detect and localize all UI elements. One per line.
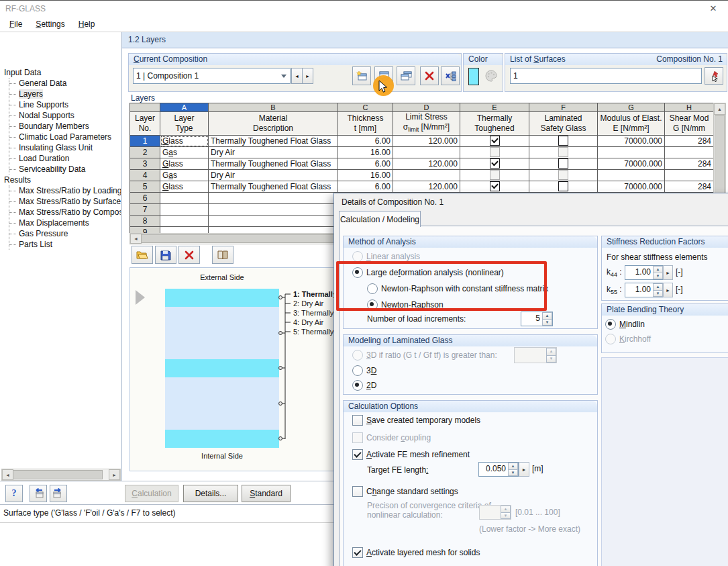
ratio-3d-radio[interactable]: 3D if ratio (G t / Gf tf) is greater tha… — [352, 350, 497, 361]
radio-icon[interactable] — [605, 334, 616, 344]
tree-item-boundary-members[interactable]: Boundary Members — [9, 121, 121, 132]
composition-color-swatch[interactable] — [468, 68, 479, 85]
cell-thermally[interactable] — [460, 136, 529, 147]
row-number[interactable]: 8 — [130, 216, 160, 227]
checkbox-icon[interactable] — [352, 432, 363, 443]
cell-thickness[interactable]: 16.00 — [338, 170, 393, 181]
scroll-left-icon[interactable]: ◄ — [2, 469, 13, 480]
tree-item-general-data[interactable]: General Data — [9, 78, 121, 89]
row-number[interactable]: 3 — [130, 158, 160, 170]
radio-icon[interactable] — [352, 251, 363, 262]
close-button[interactable]: ✕ — [705, 1, 722, 15]
cell-limit-stress[interactable]: 120.000 — [393, 136, 460, 147]
open-composition-button[interactable] — [132, 246, 153, 264]
k44-stepper[interactable]: 1.00 ▲▼ — [625, 265, 664, 280]
radio-icon[interactable] — [367, 299, 378, 310]
column-letter-b[interactable]: B — [209, 103, 338, 112]
row-number[interactable]: 2 — [130, 147, 160, 158]
row-number[interactable]: 5 — [130, 181, 160, 193]
checkbox-icon[interactable] — [352, 547, 363, 558]
checkbox[interactable] — [490, 170, 500, 180]
checkbox-icon[interactable] — [352, 449, 363, 460]
cell-layer-type[interactable]: Gas — [160, 170, 209, 181]
cell-thickness[interactable]: 6.00 — [338, 158, 393, 170]
cell-modulus[interactable]: 70000.000 — [598, 181, 665, 193]
cell-limit-stress[interactable]: 120.000 — [393, 158, 460, 170]
radio-icon[interactable] — [352, 380, 363, 391]
column-letter-d[interactable]: D — [393, 103, 460, 112]
checkbox[interactable] — [558, 181, 568, 191]
consider-coupling-checkbox[interactable]: Consider coupling — [352, 432, 431, 443]
tree-item-gas-pressure[interactable]: Gas Pressure — [9, 228, 121, 239]
column-letter-a[interactable]: A — [160, 103, 209, 112]
row-number[interactable]: 4 — [130, 170, 160, 181]
checkbox[interactable] — [558, 158, 568, 169]
linear-analysis-radio[interactable]: Linear analysis — [352, 251, 420, 262]
radio-icon[interactable] — [605, 319, 616, 330]
cell-shear[interactable] — [665, 147, 714, 158]
radio-icon[interactable] — [352, 350, 363, 361]
cell-modulus[interactable] — [598, 170, 665, 181]
chevron-down-icon[interactable] — [278, 75, 290, 78]
cell-laminated[interactable] — [529, 147, 598, 158]
cell-material[interactable]: Dry Air — [209, 147, 338, 158]
next-composition-button[interactable]: ► — [302, 68, 313, 84]
material-library-button[interactable] — [212, 246, 233, 264]
checkbox[interactable] — [558, 147, 568, 157]
cell-layer-type[interactable] — [160, 216, 209, 227]
kirchhoff-radio[interactable]: Kirchhoff — [605, 334, 651, 344]
delete-composition-button[interactable] — [420, 66, 439, 85]
column-letter-f[interactable]: F — [529, 103, 598, 112]
cell-layer-type[interactable]: Glass — [160, 136, 209, 147]
corner-cell[interactable] — [130, 103, 160, 112]
scroll-up-icon[interactable]: ▲ — [714, 103, 725, 115]
cell-material[interactable]: Dry Air — [209, 170, 338, 181]
cell-layer-type[interactable] — [160, 204, 209, 216]
fe-mesh-refinement-checkbox[interactable]: Activate FE mesh refinement — [352, 449, 470, 460]
k55-stepper[interactable]: 1.00 ▲▼ — [625, 283, 664, 297]
cell-thermally[interactable] — [460, 181, 529, 193]
spinner-buttons[interactable]: ▲▼ — [542, 312, 552, 326]
copy-composition-button[interactable] — [397, 66, 415, 85]
tree-item-nodal-supports[interactable]: Nodal Supports — [9, 110, 121, 121]
cell-limit-stress[interactable]: 120.000 — [393, 181, 460, 193]
details-button[interactable]: Details... — [183, 485, 238, 502]
delete-rows-button[interactable] — [178, 246, 200, 264]
checkbox[interactable] — [490, 136, 500, 146]
mindlin-radio[interactable]: Mindlin — [605, 319, 645, 330]
tree-root-input-data[interactable]: Input Data — [0, 67, 121, 78]
checkbox[interactable] — [490, 158, 500, 169]
precision-stepper[interactable]: ▲▼ — [479, 505, 511, 520]
standard-button[interactable]: Standard — [242, 485, 291, 502]
menu-file[interactable]: File — [3, 17, 29, 32]
column-letter-c[interactable]: C — [338, 103, 393, 112]
tree-item-max-stress-by-loading[interactable]: Max Stress/Ratio by Loading — [9, 185, 121, 196]
cell-shear[interactable]: 284 — [665, 181, 714, 193]
cell-laminated[interactable] — [529, 136, 598, 147]
checkbox-icon[interactable] — [352, 486, 363, 497]
checkbox-icon[interactable] — [352, 415, 363, 426]
cell-thickness[interactable]: 6.00 — [338, 136, 393, 147]
cell-layer-type[interactable]: Gas — [160, 147, 209, 158]
newton-raphson-radio[interactable]: Newton-Raphson — [367, 299, 444, 310]
ratio-threshold-stepper[interactable]: ▲▼ — [514, 347, 557, 363]
calculation-button[interactable]: Calculation — [125, 485, 178, 502]
spinner-buttons[interactable]: ▲▼ — [546, 348, 556, 363]
scroll-right-icon[interactable]: ► — [109, 469, 120, 480]
checkbox[interactable] — [490, 181, 500, 191]
spinner-buttons[interactable]: ▲▼ — [653, 266, 663, 279]
help-button[interactable]: ? — [5, 485, 23, 502]
cell-laminated[interactable] — [529, 158, 598, 170]
cell-shear[interactable]: 284 — [665, 158, 714, 170]
checkbox[interactable] — [558, 170, 568, 180]
cell-laminated[interactable] — [529, 181, 598, 193]
cell-limit-stress[interactable] — [393, 170, 460, 181]
k44-popup-button[interactable]: ► — [663, 265, 673, 280]
save-composition-button[interactable] — [155, 246, 176, 264]
cell-laminated[interactable] — [529, 170, 598, 181]
cell-material[interactable]: Thermally Toughened Float Glass — [209, 158, 338, 170]
radio-icon[interactable] — [352, 365, 363, 376]
tree-item-layers[interactable]: Layers — [9, 89, 121, 99]
pick-surfaces-button[interactable] — [705, 67, 723, 85]
navigator-hscrollbar[interactable]: ◄ ► — [1, 469, 121, 481]
